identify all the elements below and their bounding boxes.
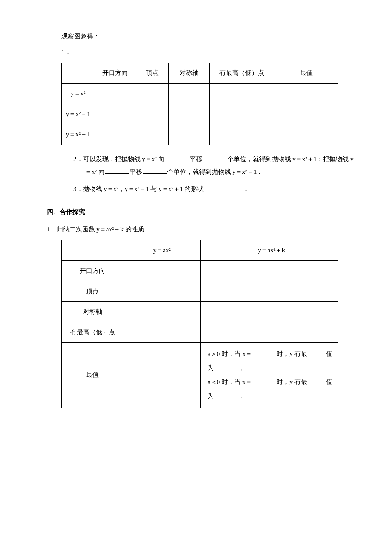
cell-blank[interactable]	[274, 104, 338, 124]
fill-blank[interactable]	[165, 154, 189, 161]
row-highlow: 有最高（低）点	[62, 322, 124, 342]
fill-blank[interactable]	[308, 377, 326, 384]
cell-blank[interactable]	[95, 104, 135, 124]
ext-text: 时，y 有最	[277, 350, 307, 357]
cell-blank[interactable]	[209, 124, 274, 145]
cell-blank[interactable]	[274, 124, 338, 145]
cell-blank[interactable]	[124, 260, 201, 281]
fill-blank[interactable]	[203, 154, 227, 161]
q3-text: 3．抛物线 y＝x²，y＝x²－1 与 y＝x²＋1 的形状	[73, 185, 204, 192]
ext-text: 时，y 有最	[277, 379, 307, 385]
row-fn-label: y＝x²＋1	[62, 124, 95, 145]
q2-text: 平移	[130, 168, 142, 175]
fill-blank[interactable]	[308, 349, 326, 356]
fill-blank[interactable]	[105, 167, 129, 174]
fill-blank[interactable]	[143, 167, 167, 174]
table-row: y＝x²＋1	[62, 124, 338, 145]
header-axis: 对称轴	[168, 63, 209, 84]
header-blank	[62, 63, 95, 84]
row-fn-label: y＝x²－1	[62, 104, 95, 124]
q3-suffix: ．	[243, 185, 249, 192]
question-3: 3．抛物线 y＝x²，y＝x²－1 与 y＝x²＋1 的形状．	[61, 182, 354, 195]
row-fn-label: y＝x²	[62, 84, 95, 104]
cell-blank[interactable]	[135, 84, 169, 104]
table-row: 顶点	[62, 281, 338, 301]
cell-blank[interactable]	[168, 84, 209, 104]
cell-blank[interactable]	[209, 84, 274, 104]
row-direction: 开口方向	[62, 260, 124, 281]
header-blank	[62, 240, 124, 260]
cell-blank[interactable]	[124, 322, 201, 342]
question-2: 2．可以发现，把抛物线 y＝x² 向平移个单位，就得到抛物线 y＝x²＋1；把抛…	[61, 153, 354, 178]
cell-blank[interactable]	[168, 104, 209, 124]
table-row: y＝x²	[62, 84, 338, 104]
header-vertex: 顶点	[135, 63, 169, 84]
cell-blank[interactable]	[209, 104, 274, 124]
row-extreme: 最值	[62, 342, 124, 408]
fill-blank[interactable]	[204, 184, 242, 191]
fill-blank[interactable]	[252, 349, 276, 356]
cell-blank[interactable]	[95, 124, 135, 145]
cell-blank[interactable]	[124, 301, 201, 322]
header-highlow: 有最高（低）点	[209, 63, 274, 84]
cell-blank[interactable]	[124, 342, 201, 408]
cell-blank[interactable]	[201, 322, 338, 342]
cell-extreme-content: a＞0 时，当 x＝时，y 有最值为； a＜0 时，当 x＝时，y 有最值为．	[201, 342, 338, 408]
cell-blank[interactable]	[201, 281, 338, 301]
section-4-title: 四、合作探究	[47, 207, 354, 217]
table-observations: 开口方向 顶点 对称轴 有最高（低）点 最值 y＝x² y＝x²－1 y＝x²＋…	[61, 63, 338, 145]
cell-blank[interactable]	[124, 281, 201, 301]
table-row: 有最高（低）点	[62, 322, 338, 342]
row-vertex: 顶点	[62, 281, 124, 301]
observe-text: 观察图象得：	[61, 32, 354, 41]
fill-blank[interactable]	[214, 363, 238, 370]
q2-text: 个单位，就得到抛物线 y＝x²－1．	[167, 168, 263, 175]
table-row: 开口方向 顶点 对称轴 有最高（低）点 最值	[62, 63, 338, 84]
q2-text: 2．可以发现，把抛物线 y＝x² 向	[73, 156, 165, 162]
table-row: 最值 a＞0 时，当 x＝时，y 有最值为； a＜0 时，当 x＝时，y 有最值…	[62, 342, 338, 408]
ext-text: a＜0 时，当 x＝	[208, 379, 252, 385]
fill-blank[interactable]	[252, 377, 276, 384]
ext-text: ．	[239, 393, 245, 399]
table-row: 对称轴	[62, 301, 338, 322]
cell-blank[interactable]	[201, 260, 338, 281]
cell-blank[interactable]	[274, 84, 338, 104]
q2-text: 平移	[190, 156, 202, 162]
header-col1: y＝ax²	[124, 240, 201, 260]
item-1-label: 1．	[61, 47, 354, 57]
ext-text: a＞0 时，当 x＝	[208, 350, 252, 357]
cell-blank[interactable]	[168, 124, 209, 145]
header-direction: 开口方向	[95, 63, 135, 84]
table-row: y＝ax² y＝ax²＋k	[62, 240, 338, 260]
cell-blank[interactable]	[135, 104, 169, 124]
header-extreme: 最值	[274, 63, 338, 84]
header-col2: y＝ax²＋k	[201, 240, 338, 260]
table-row: y＝x²－1	[62, 104, 338, 124]
table-row: 开口方向	[62, 260, 338, 281]
cell-blank[interactable]	[201, 301, 338, 322]
table-properties: y＝ax² y＝ax²＋k 开口方向 顶点 对称轴 有最高（低）点 最值 a＞0…	[61, 240, 338, 408]
cell-blank[interactable]	[135, 124, 169, 145]
ext-text: ；	[239, 364, 245, 371]
row-axis: 对称轴	[62, 301, 124, 322]
fill-blank[interactable]	[214, 391, 238, 398]
section-4-sub1: 1．归纳二次函数 y＝ax²＋k 的性质	[47, 223, 354, 236]
cell-blank[interactable]	[95, 84, 135, 104]
